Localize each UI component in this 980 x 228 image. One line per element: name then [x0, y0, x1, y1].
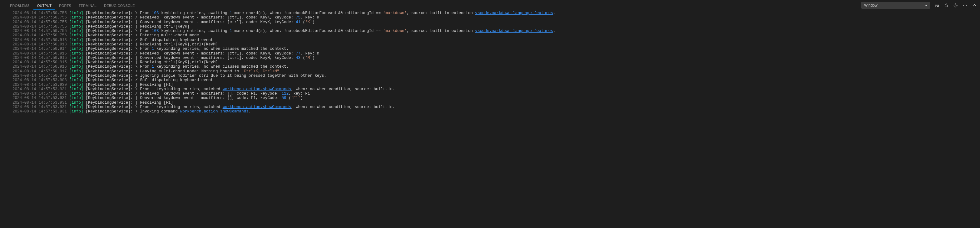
log-level: [info] — [69, 101, 83, 105]
more-actions-icon[interactable] — [963, 3, 967, 8]
log-service: [KeybindingService]: — [83, 96, 135, 100]
log-level: [info] — [69, 38, 83, 42]
log-timestamp: 2024-08-14 14:57:50.916 — [13, 64, 69, 69]
output-log-area[interactable]: 2024-08-14 14:57:50.755 [info] [Keybindi… — [0, 11, 980, 228]
log-level: [info] — [69, 29, 83, 33]
log-text: keybinding entries, no when clauses matc… — [154, 64, 289, 69]
log-number: 103 — [152, 11, 159, 15]
lock-scroll-icon[interactable] — [944, 3, 949, 8]
tab-output[interactable]: OUTPUT — [33, 1, 55, 10]
log-text: , source: built-in extension — [407, 11, 475, 15]
svg-point-2 — [963, 5, 964, 6]
log-command-link: workbench.action.showCommands — [223, 87, 291, 92]
log-text: . — [553, 11, 555, 15]
log-text: . — [248, 109, 251, 114]
log-number: 1 — [229, 11, 232, 15]
log-service: [KeybindingService]: — [83, 38, 135, 42]
log-line: 2024-08-14 14:57:50.914 [info] [Keybindi… — [13, 47, 980, 51]
log-timestamp: 2024-08-14 14:57:50.755 — [13, 29, 69, 33]
tab-problems[interactable]: PROBLEMS — [6, 1, 33, 10]
log-level: [info] — [69, 47, 83, 51]
log-level: [info] — [69, 78, 83, 82]
log-level: [info] — [69, 33, 83, 38]
log-text: + Invoking command — [135, 109, 180, 114]
log-service: [KeybindingService]: — [83, 74, 135, 78]
svg-rect-0 — [945, 5, 948, 7]
log-line: 2024-08-14 14:57:50.913 [info] [Keybindi… — [13, 42, 980, 47]
log-level: [info] — [69, 64, 83, 69]
log-line: 2024-08-14 14:57:53.931 [info] [Keybindi… — [13, 92, 980, 96]
maximize-panel-icon[interactable] — [972, 3, 977, 8]
log-text: ) — [312, 20, 315, 24]
log-text: more chord(s), when: !notebookEditorFocu… — [232, 11, 383, 15]
log-text: keybinding entries, no when clauses matc… — [154, 47, 289, 51]
log-timestamp: 2024-08-14 14:57:50.914 — [13, 47, 69, 51]
log-extension-link: vscode.markdown-language-features — [475, 11, 553, 15]
log-service: [KeybindingService]: — [83, 20, 135, 24]
log-text: keybinding entries, awaiting — [159, 11, 230, 15]
log-timestamp: 2024-08-14 14:57:53.930 — [13, 83, 69, 87]
log-service: [KeybindingService]: — [83, 47, 135, 51]
log-line: 2024-08-14 14:57:53.931 [info] [Keybindi… — [13, 87, 980, 92]
log-text: | Resolving ctrl+[KeyK],ctrl+[KeyM] — [135, 60, 218, 64]
log-text: \ From — [135, 47, 152, 51]
log-text: \ From — [135, 64, 152, 69]
log-service: [KeybindingService]: — [83, 33, 135, 38]
log-level: [info] — [69, 105, 83, 109]
log-level: [info] — [69, 56, 83, 60]
log-timestamp: 2024-08-14 14:57:53.931 — [13, 109, 69, 114]
log-text: | Resolving ctrl+[KeyK] — [135, 24, 189, 29]
log-number: 41 — [296, 20, 301, 24]
log-line: 2024-08-14 14:57:50.755 [info] [Keybindi… — [13, 15, 980, 20]
log-text: | Converted keydown event - modifiers: [… — [135, 20, 296, 24]
log-line: 2024-08-14 14:57:53.931 [info] [Keybindi… — [13, 96, 980, 100]
log-line: 2024-08-14 14:57:53.931 [info] [Keybindi… — [13, 101, 980, 105]
log-text: , source: built-in extension — [407, 29, 475, 33]
output-channel-select[interactable]: Window — [861, 2, 930, 9]
log-timestamp: 2024-08-14 14:57:50.917 — [13, 69, 69, 74]
log-extension-link: vscode.markdown-language-features — [475, 29, 553, 33]
log-line: 2024-08-14 14:57:50.755 [info] [Keybindi… — [13, 24, 980, 29]
log-service: [KeybindingService]: — [83, 109, 135, 114]
output-channel-selected: Window — [864, 3, 878, 8]
log-timestamp: 2024-08-14 14:57:53.931 — [13, 96, 69, 100]
log-timestamp: 2024-08-14 14:57:50.915 — [13, 51, 69, 56]
tab-ports[interactable]: PORTS — [55, 1, 75, 10]
settings-gear-icon[interactable] — [953, 3, 958, 8]
log-number: 77 — [296, 51, 301, 56]
log-line: 2024-08-14 14:57:53.930 [info] [Keybindi… — [13, 83, 980, 87]
log-timestamp: 2024-08-14 14:57:50.755 — [13, 20, 69, 24]
log-text: \ From — [135, 105, 152, 109]
log-service: [KeybindingService]: — [83, 101, 135, 105]
tab-terminal[interactable]: TERMINAL — [75, 1, 100, 10]
log-timestamp: 2024-08-14 14:57:50.756 — [13, 33, 69, 38]
log-timestamp: 2024-08-14 14:57:50.755 — [13, 11, 69, 15]
log-level: [info] — [69, 11, 83, 15]
log-line: 2024-08-14 14:57:50.915 [info] [Keybindi… — [13, 51, 980, 56]
log-line: 2024-08-14 14:57:53.931 [info] [Keybindi… — [13, 105, 980, 109]
log-line: 2024-08-14 14:57:50.755 [info] [Keybindi… — [13, 29, 980, 33]
tab-debug-console[interactable]: DEBUG CONSOLE — [100, 1, 138, 10]
word-wrap-icon[interactable] — [934, 3, 939, 8]
log-text: , key: F1 — [289, 92, 310, 96]
log-timestamp: 2024-08-14 14:57:53.931 — [13, 105, 69, 109]
log-service: [KeybindingService]: — [83, 42, 135, 47]
log-level: [info] — [69, 51, 83, 56]
log-line: 2024-08-14 14:57:53.931 [info] [Keybindi… — [13, 109, 980, 114]
log-timestamp: 2024-08-14 14:57:50.913 — [13, 38, 69, 42]
log-text: + Ignoring single modifier ctrl due to i… — [135, 74, 326, 78]
log-text: + Leaving multi-chord mode: Nothing boun… — [135, 69, 242, 74]
log-command-link: workbench.action.showCommands — [180, 109, 248, 114]
log-timestamp: 2024-08-14 14:57:53.908 — [13, 78, 69, 82]
log-number: 112 — [282, 92, 289, 96]
log-text: ) — [312, 56, 315, 60]
log-text: . — [279, 69, 282, 74]
log-timestamp: 2024-08-14 14:57:53.931 — [13, 92, 69, 96]
panel-tab-bar: PROBLEMS OUTPUT PORTS TERMINAL DEBUG CON… — [0, 0, 980, 11]
log-level: [info] — [69, 20, 83, 24]
log-level: [info] — [69, 92, 83, 96]
log-number: 59 — [282, 96, 286, 100]
log-text: \ From — [135, 29, 152, 33]
log-service: [KeybindingService]: — [83, 69, 135, 74]
log-service: [KeybindingService]: — [83, 15, 135, 20]
